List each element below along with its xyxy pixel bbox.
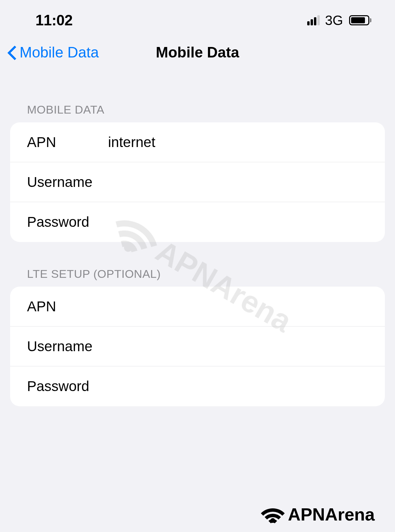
label-password: Password — [27, 214, 108, 230]
row-apn[interactable]: APN — [10, 122, 385, 162]
row-username[interactable]: Username — [10, 162, 385, 202]
footer-logo-text: APNArena — [288, 504, 375, 525]
input-lte-password[interactable] — [108, 378, 368, 394]
back-button[interactable]: Mobile Data — [7, 44, 99, 61]
chevron-left-icon — [7, 44, 17, 61]
input-apn[interactable] — [108, 134, 368, 150]
row-password[interactable]: Password — [10, 202, 385, 242]
label-lte-username: Username — [27, 338, 108, 355]
settings-group-lte: APN Username Password — [10, 287, 385, 406]
row-lte-password[interactable]: Password — [10, 366, 385, 406]
row-lte-username[interactable]: Username — [10, 327, 385, 366]
signal-icon — [307, 15, 320, 25]
battery-icon — [349, 15, 371, 25]
label-apn: APN — [27, 134, 108, 150]
input-password[interactable] — [108, 214, 368, 230]
network-type: 3G — [325, 13, 343, 28]
footer-logo: APNArena — [256, 502, 375, 527]
status-bar: 11:02 3G — [0, 0, 395, 37]
label-username: Username — [27, 174, 108, 190]
status-icons: 3G — [307, 13, 371, 28]
wifi-icon — [256, 502, 290, 527]
status-time: 11:02 — [35, 12, 73, 29]
nav-bar: Mobile Data Mobile Data — [0, 37, 395, 73]
section-header-mobile-data: MOBILE DATA — [0, 103, 395, 122]
section-header-lte: LTE SETUP (OPTIONAL) — [0, 267, 395, 287]
back-label: Mobile Data — [20, 44, 99, 61]
row-lte-apn[interactable]: APN — [10, 287, 385, 327]
settings-group-mobile-data: APN Username Password — [10, 122, 385, 242]
label-lte-password: Password — [27, 378, 108, 394]
input-lte-apn[interactable] — [108, 298, 368, 315]
input-username[interactable] — [108, 174, 368, 190]
label-lte-apn: APN — [27, 298, 108, 315]
page-title: Mobile Data — [156, 44, 239, 61]
input-lte-username[interactable] — [108, 338, 368, 355]
